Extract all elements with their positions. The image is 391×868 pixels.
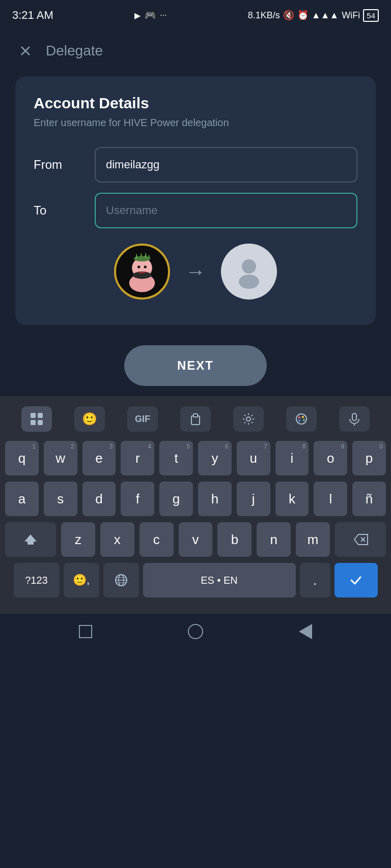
clipboard-button[interactable]: [180, 406, 211, 432]
settings-button[interactable]: [233, 406, 264, 432]
numbers-key[interactable]: ?123: [14, 563, 60, 597]
keyboard-toolbar: 🙂 GIF: [0, 401, 391, 437]
key-x[interactable]: x: [100, 522, 134, 557]
status-bar: 3:21 AM ▶ 🎮 ··· 8.1KB/s 🔇 ⏰ ▲▲▲ WiFi 54: [0, 0, 391, 31]
key-t[interactable]: 5t: [159, 441, 193, 475]
microphone-icon: [348, 412, 361, 426]
status-right: 8.1KB/s 🔇 ⏰ ▲▲▲ WiFi 54: [248, 9, 379, 22]
from-row: From: [34, 147, 357, 183]
key-k[interactable]: k: [275, 482, 309, 516]
palette-button[interactable]: [286, 406, 317, 432]
key-m[interactable]: m: [296, 522, 330, 557]
arrow-icon: →: [185, 260, 206, 283]
key-v[interactable]: v: [179, 522, 213, 557]
svg-point-26: [303, 419, 305, 421]
key-w[interactable]: 2w: [44, 441, 77, 475]
svg-point-12: [144, 265, 147, 268]
key-e[interactable]: 3e: [82, 441, 116, 475]
from-avatar: [114, 244, 170, 300]
key-i[interactable]: 8i: [275, 441, 309, 475]
key-f[interactable]: f: [121, 482, 154, 516]
svg-point-24: [298, 416, 300, 418]
close-icon: [19, 45, 32, 57]
gif-button[interactable]: GIF: [127, 406, 158, 432]
svg-point-11: [137, 265, 140, 268]
battery-indicator: 54: [363, 9, 379, 22]
svg-point-25: [302, 416, 304, 418]
to-avatar: [221, 244, 277, 300]
to-row: To: [34, 193, 357, 228]
svg-point-23: [296, 414, 306, 424]
from-label: From: [34, 158, 85, 172]
key-o[interactable]: 9o: [314, 441, 347, 475]
discord-icon: 🎮: [145, 10, 156, 21]
keyboard-row-1: 1q 2w 3e 4r 5t 6y 7u 8i 9o 0p: [0, 441, 391, 475]
close-button[interactable]: [15, 41, 36, 61]
checkmark-icon: [349, 573, 363, 587]
key-b[interactable]: b: [217, 522, 252, 557]
alarm-icon: ⏰: [297, 10, 309, 21]
backspace-key[interactable]: [335, 522, 386, 557]
sticker-button[interactable]: 🙂: [74, 406, 105, 432]
status-time: 3:21 AM: [12, 9, 53, 22]
key-s[interactable]: s: [44, 482, 77, 516]
key-a[interactable]: a: [5, 482, 39, 516]
status-icons: ▶ 🎮 ···: [134, 10, 166, 21]
svg-rect-28: [352, 413, 356, 421]
card-subtitle: Enter username for HIVE Power delegation: [34, 117, 357, 129]
globe-icon: [114, 573, 128, 587]
key-n-tilde[interactable]: ñ: [352, 482, 386, 516]
period-key[interactable]: .: [300, 563, 330, 597]
key-y[interactable]: 6y: [198, 441, 232, 475]
emoji-grid-button[interactable]: [21, 406, 52, 432]
next-button[interactable]: NEXT: [124, 345, 267, 386]
svg-rect-17: [38, 413, 43, 418]
keyboard-row-4: ?123 🙂, ES • EN .: [0, 563, 391, 597]
from-input[interactable]: [95, 147, 357, 183]
key-q[interactable]: 1q: [5, 441, 39, 475]
emoji-key[interactable]: 🙂,: [64, 563, 99, 597]
key-c[interactable]: c: [139, 522, 174, 557]
key-p[interactable]: 0p: [352, 441, 386, 475]
key-g[interactable]: g: [159, 482, 193, 516]
key-j[interactable]: j: [237, 482, 270, 516]
enter-key[interactable]: [334, 563, 378, 597]
shift-key[interactable]: [5, 522, 56, 557]
space-key[interactable]: ES • EN: [143, 563, 296, 597]
next-button-container: NEXT: [0, 345, 391, 386]
nav-home-button[interactable]: [183, 619, 208, 644]
microphone-button[interactable]: [339, 406, 370, 432]
more-icon: ···: [160, 11, 166, 20]
keyboard: 🙂 GIF: [0, 396, 391, 614]
nav-back-button[interactable]: [293, 619, 318, 644]
circle-icon: [188, 624, 203, 639]
youtube-icon: ▶: [134, 11, 141, 20]
wifi-icon: WiFi: [342, 10, 360, 21]
keyboard-row-3: z x c v b n m: [0, 522, 391, 557]
svg-point-14: [242, 259, 256, 274]
square-icon: [79, 625, 92, 638]
card-title: Account Details: [34, 95, 357, 112]
palette-icon: [295, 412, 308, 426]
key-n[interactable]: n: [257, 522, 291, 557]
shift-icon: [23, 532, 38, 547]
clipboard-icon: [189, 412, 202, 426]
to-avatar-image: [229, 251, 269, 292]
key-u[interactable]: 7u: [237, 441, 270, 475]
key-h[interactable]: h: [198, 482, 232, 516]
gif-icon: GIF: [135, 414, 150, 425]
globe-key[interactable]: [103, 563, 139, 597]
nav-square-button[interactable]: [73, 619, 98, 644]
key-r[interactable]: 4r: [121, 441, 154, 475]
svg-marker-30: [24, 534, 37, 545]
header: Delegate: [0, 31, 391, 71]
svg-rect-16: [31, 413, 36, 418]
to-label: To: [34, 203, 85, 218]
svg-point-22: [246, 417, 250, 421]
grid-icon: [30, 412, 44, 426]
to-input[interactable]: [95, 193, 357, 228]
key-l[interactable]: l: [314, 482, 347, 516]
key-z[interactable]: z: [61, 522, 95, 557]
key-d[interactable]: d: [82, 482, 116, 516]
backspace-icon: [352, 532, 369, 547]
